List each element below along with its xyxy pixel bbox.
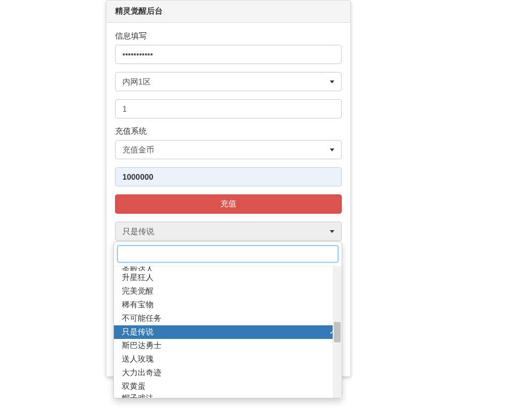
dropdown-option-label: 只是传说 [122, 327, 154, 336]
panel-title: 精灵觉醒后台 [107, 1, 350, 23]
recharge-type-value: 充值金币 [122, 145, 154, 154]
caret-down-icon [330, 230, 334, 233]
password-input[interactable] [115, 45, 342, 64]
caret-down-icon [330, 80, 334, 83]
dropdown-option[interactable]: 双黄蛋 [114, 380, 342, 393]
achievement-select-value: 只是传说 [122, 227, 154, 236]
dropdown-option[interactable]: 稀有宝物 [114, 298, 342, 312]
server-select[interactable]: 内网1区 [115, 72, 342, 91]
recharge-amount-input[interactable] [115, 167, 342, 186]
dropdown-option[interactable]: 斯巴达勇士 [114, 339, 342, 353]
dropdown-option[interactable]: 升星狂人 [114, 271, 342, 285]
achievement-select[interactable]: 只是传说 [115, 222, 342, 241]
recharge-type-select[interactable]: 充值金币 [115, 140, 342, 159]
dropdown-list: 圣殿达人升星狂人完美觉醒稀有宝物不可能任务只是传说✓斯巴达勇士送人玫瑰大力出奇迹… [114, 266, 342, 398]
caret-down-icon [330, 149, 334, 151]
dropdown-option[interactable]: 帽子戏法 [114, 393, 342, 398]
dropdown-option[interactable]: 不可能任务 [114, 312, 342, 325]
dropdown-option[interactable]: 完美觉醒 [114, 285, 342, 298]
recharge-submit-button[interactable]: 充值 [115, 194, 342, 214]
scrollbar-thumb[interactable] [334, 322, 341, 342]
dropdown-option[interactable]: 圣殿达人 [114, 266, 342, 271]
info-section-label: 信息填写 [115, 31, 342, 41]
scrollbar-track[interactable] [333, 266, 342, 398]
dropdown-search-input[interactable] [117, 245, 338, 262]
dropdown-search-wrap [114, 242, 342, 266]
player-id-input[interactable] [115, 99, 342, 118]
dropdown-option[interactable]: 送人玫瑰 [114, 353, 342, 366]
dropdown-list-wrap: 圣殿达人升星狂人完美觉醒稀有宝物不可能任务只是传说✓斯巴达勇士送人玫瑰大力出奇迹… [114, 266, 342, 398]
dropdown-option[interactable]: 大力出奇迹 [114, 366, 342, 380]
server-select-value: 内网1区 [122, 77, 151, 86]
achievement-dropdown: 圣殿达人升星狂人完美觉醒稀有宝物不可能任务只是传说✓斯巴达勇士送人玫瑰大力出奇迹… [113, 241, 342, 398]
dropdown-option[interactable]: 只是传说✓ [114, 325, 342, 339]
recharge-section-label: 充值系统 [115, 126, 342, 137]
